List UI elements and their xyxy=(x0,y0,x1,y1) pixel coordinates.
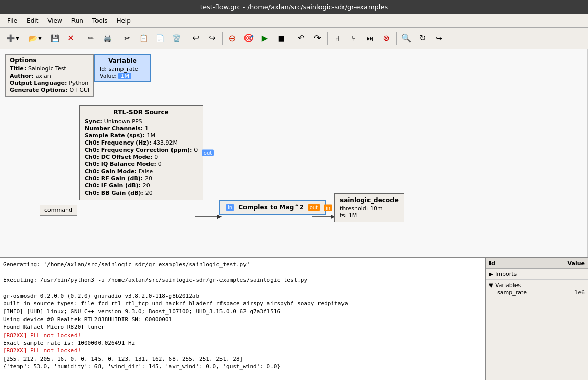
menu-view[interactable]: View xyxy=(43,16,66,26)
merge-button[interactable]: ⑂ xyxy=(346,31,361,46)
var-id-row: Id: samp_rate xyxy=(100,66,145,73)
close-icon: ✕ xyxy=(67,33,74,43)
rp-samp-rate-row[interactable]: samp_rate 1e6 xyxy=(489,289,585,296)
var-id-value: samp_rate xyxy=(108,66,138,73)
skip-button[interactable]: ⏭ xyxy=(362,31,378,46)
rp-imports-section: ▶ Imports xyxy=(486,269,588,280)
rp-header-id: Id xyxy=(489,260,554,267)
menu-run[interactable]: Run xyxy=(67,16,87,26)
rtl-dcoffset-row: Ch0: DC Offset Mode: 0 xyxy=(85,154,198,160)
sainlogic-decode-block[interactable]: sainlogic_decode threshold: 10m fs: 1M i… xyxy=(334,193,404,222)
rtl-samplerate-value: 1M xyxy=(146,132,155,139)
opt-lang-label: Output Language: xyxy=(10,80,69,86)
sainlogic-in-label[interactable]: in xyxy=(324,204,332,211)
menu-file[interactable]: File xyxy=(3,16,21,26)
run-button[interactable]: ▶ xyxy=(257,31,273,46)
forward-icon: ↷ xyxy=(314,33,321,43)
copy-button[interactable]: 📋 xyxy=(136,31,151,46)
console-line-7: Using device #0 Realtek RTL2838UHIDIR SN… xyxy=(3,316,482,323)
console-line-4: gr-osmosdr 0.2.0.0 (0.2.0) gnuradio v3.8… xyxy=(3,292,482,300)
menu-edit[interactable]: Edit xyxy=(22,16,42,26)
rp-variables-expand-icon[interactable]: ▼ xyxy=(489,282,495,288)
refresh-button[interactable]: ↻ xyxy=(415,31,430,46)
complex-out-port[interactable]: out xyxy=(308,204,320,211)
delete-button[interactable]: 🗑️ xyxy=(168,31,184,46)
cut-button[interactable]: ✂️ xyxy=(119,31,135,46)
sainlogic-title: sainlogic_decode xyxy=(340,197,399,204)
target-button[interactable]: 🎯 xyxy=(241,31,256,46)
split-icon: ⑁ xyxy=(335,34,339,42)
console-line-2: Executing: /usr/bin/python3 -u /home/axl… xyxy=(3,276,482,284)
open-button[interactable]: 📂 ▼ xyxy=(24,31,46,46)
kill-button[interactable]: ■ xyxy=(274,31,289,46)
console[interactable]: Generating: '/home/axlan/src/sainlogic-s… xyxy=(0,258,486,380)
console-line-5: built-in source types: file fcd rtl rtl_… xyxy=(3,300,482,307)
open-icon: 📂 xyxy=(29,34,37,42)
options-panel: Options Title: Sainlogic Test Author: ax… xyxy=(5,54,94,97)
stop-button[interactable]: ⊖ xyxy=(225,31,240,46)
forward-button[interactable]: ↷ xyxy=(310,31,325,46)
opt-lang-value: Python xyxy=(69,80,88,86)
sep3 xyxy=(186,32,186,45)
new-dropdown-icon: ▼ xyxy=(16,36,19,41)
find-button[interactable]: 🔍 xyxy=(399,31,414,46)
new-button[interactable]: ➕ ▼ xyxy=(2,31,23,46)
rtl-freq-row: Ch0: Frequency (Hz): 433.92M xyxy=(85,139,198,146)
sainlogic-in-port[interactable]: in xyxy=(324,204,332,211)
console-line-12: [255, 212, 205, 16, 0, 0, 145, 0, 123, 1… xyxy=(3,355,482,363)
opt-gen-row: Generate Options: QT GUI xyxy=(10,87,89,93)
title-text: test-flow.grc - /home/axlan/src/sainlogi… xyxy=(200,3,388,11)
complex-title: Complex to Mag^2 xyxy=(234,204,308,211)
split-button[interactable]: ⑁ xyxy=(330,31,345,46)
command-block[interactable]: command xyxy=(40,205,77,216)
rp-header-value: Value xyxy=(554,260,585,267)
var-value-label: Value: xyxy=(100,73,118,79)
right-panel: Id Value ▶ Imports ▼ Variables samp_rate… xyxy=(486,258,588,380)
sainlogic-threshold-row: threshold: 10m xyxy=(340,205,399,212)
redo-button[interactable]: ↪ xyxy=(205,31,220,46)
main-area: Options Title: Sainlogic Test Author: ax… xyxy=(0,49,588,257)
save-icon: 💾 xyxy=(51,34,59,42)
new-icon: ➕ xyxy=(6,34,15,42)
rtl-channels-row: Number Channels: 1 xyxy=(85,125,198,132)
rtl-dcoffset-value: 0 xyxy=(154,154,158,160)
sainlogic-fs-value: 1M xyxy=(349,212,357,219)
menu-help[interactable]: Help xyxy=(112,16,134,26)
nav-button[interactable]: ↪ xyxy=(431,31,447,46)
rp-imports-row[interactable]: ▶ Imports xyxy=(489,270,585,278)
rtl-freq-value: 433.92M xyxy=(153,139,178,146)
noexec-icon: ⊗ xyxy=(383,33,389,43)
complex-in-port[interactable]: in xyxy=(226,204,234,211)
paste-button[interactable]: 📄 xyxy=(152,31,167,46)
nav-icon: ↪ xyxy=(436,34,442,42)
delete-icon: 🗑️ xyxy=(172,34,181,42)
opt-author-row: Author: axlan xyxy=(10,73,89,79)
rp-variables-label: Variables xyxy=(495,282,585,289)
save-button[interactable]: 💾 xyxy=(47,31,62,46)
edit-button[interactable]: ✏️ xyxy=(83,31,99,46)
var-id-label: Id: xyxy=(100,66,108,73)
complex-to-mag-block[interactable]: in Complex to Mag^2 out xyxy=(219,200,326,215)
variable-panel[interactable]: Variable Id: samp_rate Value: 1M xyxy=(94,54,151,82)
toolbar: ➕ ▼ 📂 ▼ 💾 ✕ ✏️ 🖨️ ✂️ 📋 📄 🗑️ ↩ ↪ ⊖ 🎯 xyxy=(0,28,588,49)
rtl-out-port[interactable]: out xyxy=(202,150,214,156)
sainlogic-threshold-value: 10m xyxy=(370,205,383,212)
rtl-bbgain-value: 20 xyxy=(145,189,153,196)
menu-tools[interactable]: Tools xyxy=(88,16,112,26)
opt-title-row: Title: Sainlogic Test xyxy=(10,65,89,72)
rp-samp-rate-value: 1e6 xyxy=(554,289,585,296)
canvas[interactable]: Options Title: Sainlogic Test Author: ax… xyxy=(0,49,588,257)
undo-button[interactable]: ↩ xyxy=(188,31,204,46)
back-button[interactable]: ↶ xyxy=(293,31,309,46)
rtl-samplerate-row: Sample Rate (sps): 1M xyxy=(85,132,198,139)
rp-imports-expand-icon[interactable]: ▶ xyxy=(489,271,495,277)
close-button[interactable]: ✕ xyxy=(63,31,79,46)
print-button[interactable]: 🖨️ xyxy=(100,31,115,46)
rtl-sync-value: Unknown PPS xyxy=(104,118,142,125)
rtl-iqbalance-value: 0 xyxy=(158,161,162,168)
noexec-button[interactable]: ⊗ xyxy=(379,31,394,46)
rtl-out-label[interactable]: out xyxy=(202,150,214,156)
rtl-sdr-block[interactable]: RTL-SDR Source Sync: Unknown PPS Number … xyxy=(79,105,203,200)
rp-variables-row[interactable]: ▼ Variables xyxy=(489,281,585,289)
stop-icon: ⊖ xyxy=(228,33,236,43)
